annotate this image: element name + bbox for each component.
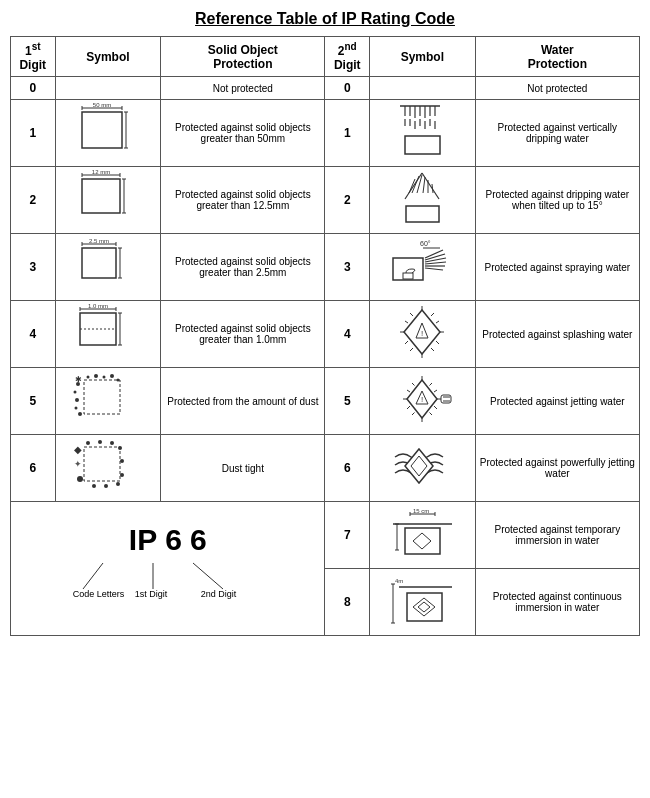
solid-digit-6: 6 [11,435,56,502]
water-desc-8: Protected against continuous immersion i… [475,569,639,636]
svg-rect-136 [405,528,440,554]
svg-point-85 [74,391,77,394]
ip-first-digit: 6 [165,523,182,557]
svg-marker-148 [418,602,430,612]
water-desc-5: Protected against jetting water [475,368,639,435]
solid-digit-4: 4 [11,301,56,368]
water-symbol-1 [370,100,476,167]
ip-letters: IP [129,523,157,557]
water-digit-1: 1 [325,100,370,167]
svg-point-125 [92,484,96,488]
svg-rect-58 [403,273,413,279]
solid-digit-1: 1 [11,100,56,167]
table-row: 5 ✱ [11,368,640,435]
water-desc-7: Protected against temporary immersion in… [475,502,639,569]
solid-desc-4: Protected against solid objects greater … [161,301,325,368]
svg-line-128 [83,563,103,589]
svg-text:4m: 4m [395,578,403,584]
svg-text:!: ! [421,395,423,404]
solid-symbol-4: 1.0 mm [55,301,161,368]
svg-text:15 cm: 15 cm [413,508,429,514]
svg-point-121 [120,459,124,463]
svg-point-90 [94,374,98,378]
svg-line-54 [425,262,446,264]
svg-line-104 [412,383,415,386]
water-digit-8: 8 [325,569,370,636]
svg-rect-40 [406,206,439,222]
svg-line-102 [434,406,437,409]
svg-line-77 [410,313,413,316]
svg-point-116 [77,476,83,482]
svg-point-122 [120,473,124,477]
svg-point-119 [110,441,114,445]
water-desc-0: Not protected [475,77,639,100]
ip-diagram-lines [73,561,263,611]
solid-desc-1: Protected against solid objects greater … [161,100,325,167]
ip-rating-table: 1stDigit Symbol Solid ObjectProtection 2… [10,36,640,636]
svg-point-89 [87,376,90,379]
solid-desc-6: Dust tight [161,435,325,502]
table-row-ip: IP 6 6 Code Letters [11,502,640,569]
ip-second-digit: 6 [190,523,207,557]
code-letters-label: Code Letters [73,589,125,599]
svg-marker-126 [405,449,433,483]
second-digit-label: 2nd Digit [201,589,237,599]
svg-rect-113 [84,447,120,481]
svg-point-124 [104,484,108,488]
table-row: 6 ◆ ✦ [11,435,640,502]
svg-point-117 [86,441,90,445]
svg-line-101 [434,390,437,392]
solid-symbol-2: 12 mm [55,167,161,234]
svg-point-92 [110,374,114,378]
svg-rect-83 [84,380,120,414]
svg-line-39 [432,184,433,193]
svg-text:◆: ◆ [74,444,82,455]
header-symbol-2: Symbol [370,37,476,77]
solid-desc-0: Not protected [161,77,325,100]
header-solid-protection: Solid ObjectProtection [161,37,325,77]
table-row: 4 1.0 mm Protected against solid objects… [11,301,640,368]
water-desc-2: Protected against dripping water when ti… [475,167,639,234]
svg-text:12 mm: 12 mm [92,169,110,175]
svg-line-79 [405,341,408,344]
svg-point-87 [75,407,78,410]
svg-text:✱: ✱ [75,375,82,384]
table-row: 1 50 mm Protected against solid objects … [11,100,640,167]
water-digit-4: 4 [325,301,370,368]
water-desc-1: Protected against vertically dripping wa… [475,100,639,167]
table-row: 3 2.5 mm Protected against solid objects… [11,234,640,301]
svg-marker-147 [413,598,435,616]
svg-rect-23 [405,136,440,154]
solid-desc-2: Protected against solid objects greater … [161,167,325,234]
svg-point-118 [98,440,102,444]
ip-notation: IP 6 6 [129,523,207,557]
svg-line-107 [412,413,415,416]
svg-point-88 [78,412,82,416]
svg-point-120 [118,446,122,450]
svg-text:2.5 mm: 2.5 mm [89,238,109,244]
water-symbol-2 [370,167,476,234]
svg-line-75 [436,341,439,344]
svg-text:!: ! [421,329,423,338]
svg-rect-41 [82,248,116,278]
water-desc-4: Protected against splashing water [475,301,639,368]
svg-rect-57 [393,258,423,280]
svg-line-76 [431,348,434,351]
header-second-digit: 2ndDigit [325,37,370,77]
water-symbol-8: 4m [370,569,476,636]
water-symbol-7: 15 cm [370,502,476,569]
table-row: 2 12 mm Protected against solid objects … [11,167,640,234]
solid-digit-2: 2 [11,167,56,234]
header-symbol-1: Symbol [55,37,161,77]
solid-symbol-5: ✱ [55,368,161,435]
svg-rect-24 [82,179,120,213]
water-desc-6: Protected against powerfully jetting wat… [475,435,639,502]
ip-diagram: IP 6 6 Code Letters [15,523,320,614]
svg-line-100 [429,383,432,386]
svg-marker-137 [413,533,431,549]
svg-line-33 [422,173,439,199]
header-first-digit: 1stDigit [11,37,56,77]
water-digit-5: 5 [325,368,370,435]
svg-point-86 [75,398,79,402]
water-symbol-0 [370,77,476,100]
